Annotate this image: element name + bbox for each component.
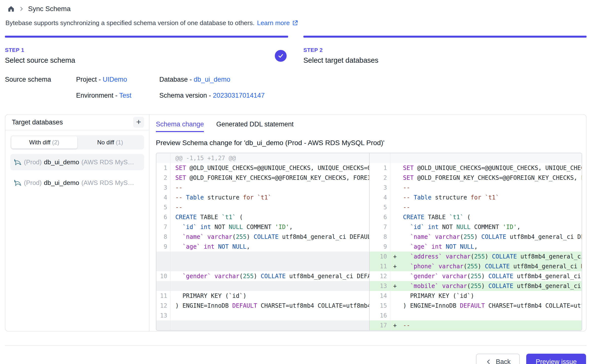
diff-marker: + (390, 252, 403, 261)
diff-marker (390, 301, 403, 311)
source-project-field: Project - UIDemo (76, 76, 159, 83)
environment-link[interactable]: Test (119, 92, 131, 99)
line-number: 17 (370, 320, 390, 330)
diff-code-row: 13+ `mobile` varchar(255) COLLATE utf8mb… (370, 281, 582, 291)
diff-code-row: 6CREATE TABLE `t1` ( (370, 212, 582, 222)
check-icon (278, 53, 284, 59)
code-line: CREATE TABLE `t1` ( (175, 212, 369, 222)
line-number: 9 (370, 242, 390, 252)
code-line: CREATE TABLE `t1` ( (403, 212, 582, 222)
schema-diff-viewer: @@ -1,15 +1,27 @@1SET @OLD_UNIQUE_CHECKS… (156, 153, 582, 331)
diff-marker (390, 202, 403, 212)
diff-marker (170, 212, 175, 222)
database-link[interactable]: db_ui_demo (194, 76, 230, 83)
code-line: -- Table structure for `t1` (403, 193, 582, 202)
line-number: 16 (370, 311, 390, 320)
line-number: 2 (156, 173, 170, 183)
diff-marker (170, 301, 175, 311)
target-databases-title: Target databases (12, 119, 63, 126)
line-number: 12 (156, 301, 170, 311)
diff-marker (390, 153, 403, 163)
diff-marker (170, 153, 175, 163)
code-line (175, 311, 369, 320)
code-line (175, 252, 369, 261)
diff-code-row: 4-- Table structure for `t1` (156, 193, 369, 202)
diff-marker (170, 222, 175, 232)
chevron-left-icon (485, 359, 492, 364)
diff-marker: + (390, 261, 403, 271)
learn-more-link[interactable]: Learn more (257, 19, 298, 27)
external-link-icon (292, 20, 298, 26)
line-number (156, 281, 170, 291)
diff-code-row: 10+ `address` varchar(255) COLLATE utf8m… (370, 252, 582, 261)
line-number (156, 153, 170, 163)
diff-code-row: 1SET @OLD_UNIQUE_CHECKS=@@UNIQUE_CHECKS,… (156, 163, 369, 173)
diff-marker (390, 222, 403, 232)
code-line (175, 261, 369, 271)
diff-code-row: 12) ENGINE=InnoDB DEFAULT CHARSET=utf8mb… (156, 301, 369, 311)
line-number: 4 (370, 193, 390, 202)
diff-filler-row (156, 281, 369, 291)
code-line: -- (175, 202, 369, 212)
code-line: `address` varchar(255) COLLATE utf8mb4_g… (403, 252, 582, 261)
line-number: 6 (370, 212, 390, 222)
schema-version-link[interactable]: 20230317014147 (213, 92, 265, 99)
step-2-label: STEP 2 (303, 47, 378, 53)
database-list-item[interactable]: (Prod) db_ui_demo (AWS RDS MyS… (10, 154, 144, 170)
code-line: PRIMARY KEY (`id`) (403, 291, 582, 301)
tab-generated-ddl[interactable]: Generated DDL statement (216, 121, 294, 132)
code-line: SET @OLD_UNIQUE_CHECKS=@@UNIQUE_CHECKS, … (403, 163, 582, 173)
line-number: 1 (370, 163, 390, 173)
filter-no-diff[interactable]: No diff (1) (77, 136, 143, 149)
source-database-field: Database - db_ui_demo (159, 76, 590, 83)
diff-marker (390, 163, 403, 173)
preview-tabs: Schema change Generated DDL statement (156, 121, 582, 132)
back-button[interactable]: Back (476, 354, 520, 364)
mysql-icon (13, 158, 22, 166)
home-icon[interactable] (7, 5, 15, 13)
step-1-completed-badge (275, 50, 287, 62)
line-number (370, 153, 390, 163)
step-1-title: Select source schema (5, 56, 75, 64)
line-number (156, 261, 170, 271)
diff-filler-row (156, 320, 369, 330)
diff-code-row: 12 `gender` varchar(255) COLLATE utf8mb4… (370, 271, 582, 281)
line-number: 1 (156, 163, 170, 173)
diff-code-row: 16 (370, 311, 582, 320)
project-link[interactable]: UIDemo (103, 76, 127, 83)
diff-marker: + (390, 320, 403, 330)
diff-code-row: 5-- (370, 202, 582, 212)
diff-code-row: 6CREATE TABLE `t1` ( (156, 212, 369, 222)
preview-issue-button[interactable]: Preview issue (526, 354, 586, 364)
filter-with-diff[interactable]: With diff (2) (11, 136, 77, 149)
source-environment-field: Environment - Test (76, 92, 159, 99)
database-list-item[interactable]: (Prod) db_ui_demo (AWS RDS MyS… (10, 175, 144, 191)
line-number: 3 (370, 183, 390, 193)
diff-code-row: 1SET @OLD_UNIQUE_CHECKS=@@UNIQUE_CHECKS,… (370, 163, 582, 173)
code-line: -- (175, 183, 369, 193)
diff-code-row: 13 (156, 311, 369, 320)
diff-marker (390, 212, 403, 222)
diff-code-row: 7 `id` int NOT NULL COMMENT 'ID', (370, 222, 582, 232)
diff-marker (170, 252, 175, 261)
diff-filter-tabs: With diff (2) No diff (1) (10, 135, 144, 150)
code-line: `age` int NOT NULL, (175, 242, 369, 252)
step-1-label: STEP 1 (5, 47, 75, 53)
diff-code-row: 5-- (156, 202, 369, 212)
add-target-database-button[interactable]: + (133, 117, 144, 128)
diff-code-row: 8 `name` varchar(255) COLLATE utf8mb4_ge… (156, 232, 369, 242)
target-selection-card: Target databases + With diff (2) No diff… (5, 114, 587, 332)
diff-code-row: 4-- Table structure for `t1` (370, 193, 582, 202)
source-schema-label: Source schema (5, 76, 76, 83)
diff-code-row: 8 `name` varchar(255) COLLATE utf8mb4_ge… (370, 232, 582, 242)
diff-hunk-row (370, 153, 582, 163)
tab-schema-change[interactable]: Schema change (156, 121, 204, 132)
diff-marker (390, 311, 403, 320)
diff-marker: + (390, 281, 403, 291)
code-line: ) ENGINE=InnoDB DEFAULT CHARSET=utf8mb4 … (175, 301, 369, 311)
code-line: -- (403, 183, 582, 193)
code-line: `id` int NOT NULL COMMENT 'ID', (403, 222, 582, 232)
line-number: 3 (156, 183, 170, 193)
code-line: `name` varchar(255) COLLATE utf8mb4_gene… (403, 232, 582, 242)
diff-marker (170, 193, 175, 202)
